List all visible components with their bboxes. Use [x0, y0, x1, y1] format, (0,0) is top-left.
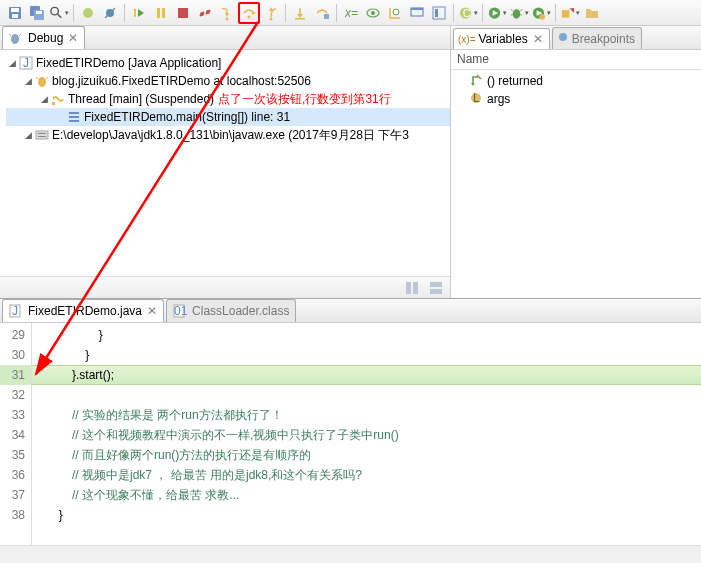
disconnect-icon[interactable] [194, 2, 216, 24]
save-icon[interactable] [4, 2, 26, 24]
svg-rect-25 [295, 18, 305, 20]
new-icon[interactable] [77, 2, 99, 24]
variables-header: Name [451, 50, 701, 70]
line-number: 37 [0, 485, 31, 505]
layout2-icon[interactable] [426, 278, 446, 298]
debug-panel: Debug ✕ ◢JFixedETIRDemo [Java Applicatio… [0, 26, 451, 298]
folder-icon[interactable] [581, 2, 603, 24]
svg-line-50 [9, 34, 11, 36]
search-icon[interactable]: ▾ [48, 2, 70, 24]
line-gutter[interactable]: 29303132333435363738 [0, 323, 32, 545]
line-number: 38 [0, 505, 31, 525]
expand-icon[interactable]: ◢ [6, 58, 18, 68]
horizontal-scrollbar[interactable] [0, 545, 701, 561]
variable-row[interactable]: () returned [451, 72, 701, 90]
code-line[interactable]: // 视频中是jdk7 ， 给最苦 用的是jdk8,和这个有关系吗? [32, 465, 701, 485]
tree-row[interactable]: ◢E:\develop\Java\jdk1.8.0_131\bin\javaw.… [6, 126, 450, 144]
step-into-icon[interactable] [216, 2, 238, 24]
svg-line-7 [57, 13, 61, 17]
svg-rect-67 [430, 289, 442, 294]
code-line[interactable]: // 实验的结果是 两个run方法都执行了！ [32, 405, 701, 425]
debug-mini-toolbar [0, 276, 450, 298]
separator [482, 4, 483, 22]
variables-body[interactable]: () returnedLargs [451, 70, 701, 298]
expand-icon[interactable]: ◢ [22, 76, 34, 86]
pause-icon[interactable] [150, 2, 172, 24]
tree-row[interactable]: ◢JFixedETIRDemo [Java Application] [6, 54, 450, 72]
layout-icon[interactable] [402, 278, 422, 298]
svg-point-30 [393, 9, 399, 15]
save-all-icon[interactable] [26, 2, 48, 24]
svg-rect-32 [411, 8, 423, 10]
svg-point-8 [83, 8, 93, 18]
svg-text:J: J [23, 56, 29, 70]
code-line[interactable]: // 这个和视频教程中演示的不一样,视频中只执行了子类中run() [32, 425, 701, 445]
svg-text:C: C [463, 6, 471, 18]
svg-line-55 [36, 77, 38, 79]
tree-row[interactable]: ◢Thread [main] (Suspended)点了一次该按钮,行数变到第3… [6, 90, 450, 108]
line-number: 34 [0, 425, 31, 445]
expand-icon[interactable]: ◢ [22, 130, 34, 140]
svg-marker-12 [138, 9, 144, 17]
close-icon[interactable]: ✕ [533, 32, 543, 46]
svg-rect-66 [430, 282, 442, 287]
line-number: 33 [0, 405, 31, 425]
open-type-icon[interactable]: C▾ [457, 2, 479, 24]
code-line[interactable] [32, 385, 701, 405]
separator [336, 4, 337, 22]
tab-breakpoints[interactable]: Breakpoints [552, 27, 642, 49]
tree-row[interactable]: ◢blog.jizuiku6.FixedETIRDemo at localhos… [6, 72, 450, 90]
close-icon[interactable]: ✕ [147, 304, 157, 318]
svg-rect-57 [52, 102, 55, 105]
step-return-icon[interactable] [260, 2, 282, 24]
drop-frame-icon[interactable] [289, 2, 311, 24]
tab-label: Debug [28, 31, 63, 45]
svg-text:x=: x= [344, 6, 358, 20]
code-area[interactable]: } } }.start(); // 实验的结果是 两个run方法都执行了！ //… [32, 323, 701, 545]
svg-marker-69 [471, 83, 475, 86]
line-number: 30 [0, 345, 31, 365]
tab-file-active[interactable]: J FixedETIRDemo.java ✕ [2, 299, 164, 322]
tab-label: ClassLoader.class [192, 304, 289, 318]
external-tools-icon[interactable]: ▾ [559, 2, 581, 24]
code-line[interactable]: } [32, 505, 701, 525]
code-line[interactable]: }.start(); [32, 365, 701, 385]
expand-icon[interactable]: ◢ [38, 94, 50, 104]
svg-text:010: 010 [174, 304, 187, 318]
skip-breakpoints-icon[interactable] [99, 2, 121, 24]
debug-tree[interactable]: ◢JFixedETIRDemo [Java Application]◢blog.… [0, 50, 450, 276]
run-last-icon[interactable]: ▾ [530, 2, 552, 24]
debug-icon[interactable]: ▾ [508, 2, 530, 24]
code-line[interactable]: // 而且好像两个run()方法的执行还是有顺序的 [32, 445, 701, 465]
code-line[interactable]: } [32, 345, 701, 365]
display-icon[interactable] [406, 2, 428, 24]
tree-label: Thread [main] (Suspended) [68, 92, 214, 106]
expression-icon[interactable]: x= [340, 2, 362, 24]
step-over-icon[interactable] [238, 2, 260, 24]
variable-row[interactable]: Largs [451, 90, 701, 108]
pin-icon[interactable] [428, 2, 450, 24]
svg-marker-20 [252, 11, 256, 15]
svg-rect-59 [69, 116, 79, 118]
tab-file-inactive[interactable]: 010 ClassLoader.class [166, 299, 296, 322]
svg-rect-58 [69, 112, 79, 114]
stop-icon[interactable] [172, 2, 194, 24]
svg-rect-61 [36, 131, 48, 139]
run-icon[interactable]: ▾ [486, 2, 508, 24]
watch-icon[interactable] [362, 2, 384, 24]
svg-rect-62 [38, 133, 46, 134]
svg-rect-5 [36, 11, 42, 14]
svg-marker-22 [269, 7, 273, 11]
tab-debug[interactable]: Debug ✕ [2, 26, 85, 49]
code-line[interactable]: // 这个现象不懂，给最苦 求教... [32, 485, 701, 505]
inspect-icon[interactable] [384, 2, 406, 24]
svg-rect-33 [433, 7, 445, 19]
tree-row[interactable]: FixedETIRDemo.main(String[]) line: 31 [6, 108, 450, 126]
resume-icon[interactable] [128, 2, 150, 24]
step-filters-icon[interactable] [311, 2, 333, 24]
svg-rect-64 [406, 282, 411, 294]
close-icon[interactable]: ✕ [68, 31, 78, 45]
tab-variables[interactable]: (x)= Variables ✕ [453, 28, 550, 49]
code-line[interactable]: } [32, 325, 701, 345]
separator [555, 4, 556, 22]
